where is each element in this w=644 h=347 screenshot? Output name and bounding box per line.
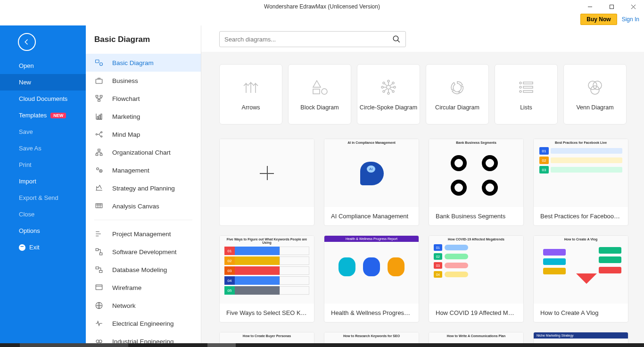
rail-export[interactable]: Export & Send [0, 190, 86, 206]
template-covid-megatrends[interactable]: How COVID-19 Affected Megatrends 01 02 0… [429, 235, 524, 322]
type-lists[interactable]: Lists [495, 64, 558, 124]
close-button[interactable] [622, 0, 644, 13]
svg-point-29 [99, 340, 102, 343]
svg-point-47 [520, 86, 521, 88]
cat-database[interactable]: Database Modeling [86, 261, 201, 279]
block-icon [309, 78, 330, 97]
flowchart-icon [94, 94, 104, 103]
svg-point-45 [520, 82, 521, 84]
wireframe-icon [94, 283, 104, 292]
svg-rect-26 [96, 285, 102, 290]
network-icon [94, 301, 104, 310]
svg-point-36 [387, 85, 390, 89]
template-grid: AI in Compliance Management AI Complianc… [219, 139, 644, 347]
cat-analysis-canvas[interactable]: Analysis Canvas [86, 197, 201, 215]
type-block-diagram[interactable]: Block Diagram [288, 64, 351, 124]
rail-print[interactable]: Print [0, 157, 86, 173]
rail-close[interactable]: Close [0, 206, 86, 223]
svg-rect-17 [96, 154, 98, 156]
cat-network[interactable]: Network [86, 297, 201, 314]
taskbar [0, 343, 644, 347]
svg-rect-22 [96, 248, 98, 251]
svg-rect-12 [101, 114, 102, 119]
svg-point-44 [392, 91, 394, 92]
cat-management[interactable]: Management [86, 161, 201, 179]
strategy-icon [94, 183, 104, 193]
svg-point-15 [101, 136, 102, 137]
svg-point-13 [96, 134, 97, 135]
cat-business[interactable]: Business [86, 72, 201, 90]
type-arrows[interactable]: Arrows [219, 64, 282, 124]
rail-new[interactable]: New [0, 74, 86, 91]
svg-rect-50 [523, 91, 533, 92]
type-circle-spoke[interactable]: Circle-Spoke Diagram [357, 64, 420, 124]
svg-rect-24 [96, 267, 99, 269]
svg-rect-18 [100, 154, 102, 156]
circular-icon [447, 78, 468, 97]
svg-point-35 [322, 89, 327, 94]
template-seo-keywords[interactable]: Five Ways to Figure out What Keywords Pe… [219, 235, 314, 322]
svg-point-28 [96, 340, 99, 343]
content-scroll[interactable]: Arrows Block Diagram Circle-Spoke Diagra… [201, 52, 644, 347]
cat-basic-diagram[interactable]: Basic Diagram [86, 54, 201, 72]
cat-org-chart[interactable]: Organizational Chart [86, 143, 201, 161]
svg-point-51 [588, 81, 597, 90]
svg-rect-25 [99, 271, 102, 273]
cat-flowchart[interactable]: Flowchart [86, 90, 201, 107]
minimize-button[interactable] [579, 0, 601, 13]
cat-project-management[interactable]: Project Management [86, 225, 201, 243]
svg-point-49 [520, 91, 521, 92]
cat-software-dev[interactable]: Software Development [86, 243, 201, 261]
sign-in-link[interactable]: Sign In [622, 16, 639, 23]
cat-strategy[interactable]: Strategy and Planning [86, 179, 201, 197]
electrical-icon [94, 319, 104, 328]
back-button[interactable] [18, 33, 36, 51]
template-facebook-live[interactable]: Best Practices for Facebook Live 01 02 0… [533, 139, 628, 226]
cat-wireframe[interactable]: Wireframe [86, 279, 201, 297]
rail-save[interactable]: Save [0, 124, 86, 140]
arrows-icon [240, 78, 261, 97]
type-venn-diagram[interactable]: Venn Diagram [563, 64, 627, 124]
cat-marketing[interactable]: Marketing [86, 107, 201, 125]
template-bank-segments[interactable]: Bank Business Segments Bank Business Seg… [429, 139, 524, 226]
template-ai-compliance[interactable]: AI in Compliance Management AI Complianc… [324, 139, 419, 226]
rail-templates[interactable]: TemplatesNEW [0, 107, 86, 124]
svg-point-19 [97, 168, 99, 170]
rail-options[interactable]: Options [0, 223, 86, 239]
svg-rect-6 [96, 79, 102, 83]
template-health-wellness[interactable]: Health & Wellness Progress Report Health… [324, 235, 419, 322]
svg-point-37 [388, 80, 389, 82]
exit-icon [19, 244, 25, 251]
uml-icon [94, 247, 104, 256]
svg-point-43 [383, 91, 385, 92]
rail-save-as[interactable]: Save As [0, 140, 86, 157]
svg-point-31 [393, 36, 398, 41]
basic-diagram-icon [94, 58, 104, 67]
chart-icon [94, 112, 104, 121]
cat-electrical[interactable]: Electrical Engineering [86, 314, 201, 332]
type-circular-diagram[interactable]: Circular Diagram [426, 64, 489, 124]
template-blank[interactable] [219, 139, 314, 226]
svg-rect-48 [523, 86, 533, 88]
rail-exit[interactable]: Exit [0, 239, 86, 256]
titlebar: Wondershare EdrawMax (Unlicensed Version… [0, 0, 644, 13]
category-divider [94, 220, 192, 220]
cat-mind-map[interactable]: Mind Map [86, 125, 201, 143]
svg-rect-9 [98, 99, 100, 101]
app-title: Wondershare EdrawMax (Unlicensed Version… [264, 3, 380, 10]
maximize-button[interactable] [601, 0, 622, 13]
svg-point-5 [100, 63, 103, 66]
briefcase-icon [94, 76, 104, 85]
svg-point-39 [381, 86, 383, 88]
search-input[interactable] [224, 36, 392, 43]
buy-now-button[interactable]: Buy Now [580, 14, 617, 25]
search-box[interactable] [219, 31, 406, 47]
rail-import[interactable]: Import [0, 173, 86, 190]
svg-rect-16 [98, 149, 100, 151]
sidebar-rail: Open New Cloud Documents TemplatesNEW Sa… [0, 25, 86, 347]
rail-cloud-documents[interactable]: Cloud Documents [0, 91, 86, 107]
template-create-vlog[interactable]: How to Create A Vlog How to Create A Vlo… [533, 235, 628, 322]
gear-people-icon [94, 165, 104, 175]
svg-point-41 [383, 82, 385, 84]
rail-open[interactable]: Open [0, 58, 86, 74]
